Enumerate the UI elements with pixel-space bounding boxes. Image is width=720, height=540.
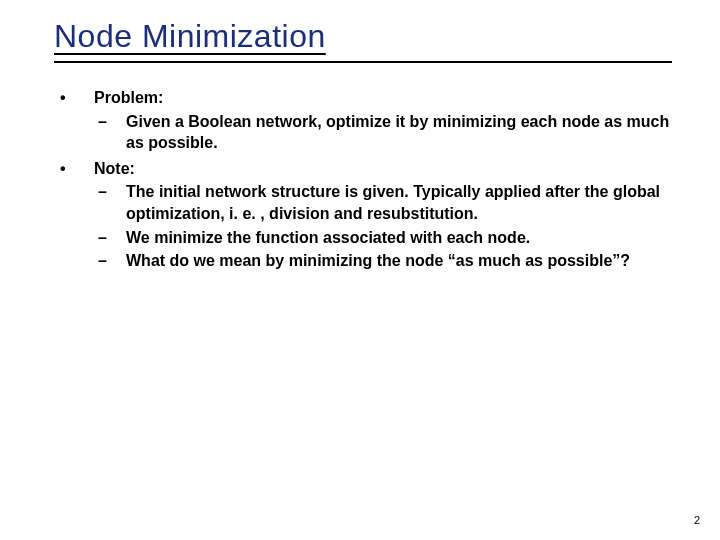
sub-item: – What do we mean by minimizing the node… xyxy=(94,250,674,272)
slide-body: • Problem: – Given a Boolean network, op… xyxy=(54,87,674,274)
bullet-marker: • xyxy=(54,87,94,156)
dash-marker: – xyxy=(94,250,126,272)
dash-marker: – xyxy=(94,227,126,249)
bullet-marker: • xyxy=(54,158,94,274)
sub-item: – The initial network structure is given… xyxy=(94,181,674,224)
sub-text: What do we mean by minimizing the node “… xyxy=(126,250,674,272)
sub-item: – We minimize the function associated wi… xyxy=(94,227,674,249)
sub-text: Given a Boolean network, optimize it by … xyxy=(126,111,674,154)
sub-item: – Given a Boolean network, optimize it b… xyxy=(94,111,674,154)
slide: Node Minimization • Problem: – Given a B… xyxy=(0,0,720,540)
bullet-content: Problem: – Given a Boolean network, opti… xyxy=(94,87,674,156)
page-number: 2 xyxy=(694,514,700,526)
dash-marker: – xyxy=(94,111,126,154)
bullet-item: • Problem: – Given a Boolean network, op… xyxy=(54,87,674,156)
sub-text: We minimize the function associated with… xyxy=(126,227,674,249)
slide-title: Node Minimization xyxy=(54,18,690,55)
dash-marker: – xyxy=(94,181,126,224)
sub-text: The initial network structure is given. … xyxy=(126,181,674,224)
bullet-content: Note: – The initial network structure is… xyxy=(94,158,674,274)
bullet-label: Note: xyxy=(94,158,674,180)
bullet-label: Problem: xyxy=(94,87,674,109)
bullet-item: • Note: – The initial network structure … xyxy=(54,158,674,274)
title-underline xyxy=(54,61,672,63)
